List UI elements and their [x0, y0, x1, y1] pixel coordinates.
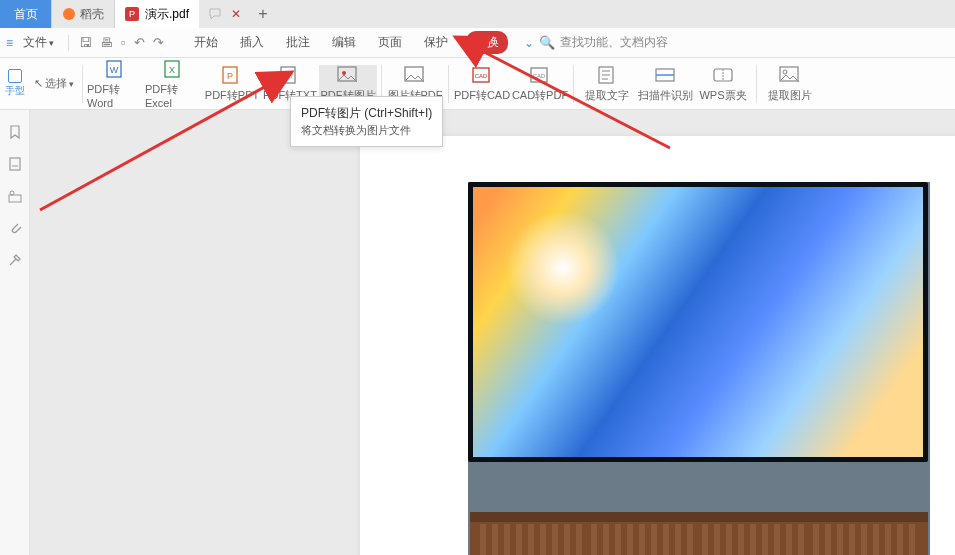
tooltip-desc: 将文档转换为图片文件 [301, 122, 432, 139]
ribbon-tab-6[interactable]: 转换 [466, 31, 508, 54]
divider [756, 65, 757, 103]
tool-wps-ticket[interactable]: WPS票夹 [694, 65, 752, 103]
chevron-down-icon: ▾ [69, 79, 74, 89]
attachment-icon[interactable] [7, 220, 23, 236]
tool-label: 提取图片 [768, 88, 812, 103]
doc-name: 演示.pdf [145, 6, 189, 23]
svg-text:P: P [227, 71, 233, 81]
svg-point-27 [783, 70, 787, 74]
tool-pdf-to-word[interactable]: W PDF转Word [87, 59, 145, 109]
file-menu[interactable]: 文件 ▾ [19, 32, 58, 53]
extract-text-icon [595, 65, 619, 85]
ribbon-tab-2[interactable]: 批注 [282, 31, 314, 54]
tv-frame [468, 182, 928, 462]
tool-label: WPS票夹 [699, 88, 746, 103]
tooltip-title: PDF转图片 (Ctrl+Shift+I) [301, 104, 432, 122]
tool-label: CAD转PDF [512, 88, 568, 103]
ppt-icon: P [220, 65, 244, 85]
tooltip-pdf-to-image: PDF转图片 (Ctrl+Shift+I) 将文档转换为图片文件 [290, 96, 443, 147]
svg-point-2 [63, 8, 75, 20]
select-tool[interactable]: ↖ 选择 ▾ [30, 76, 78, 91]
tool-cad-to-pdf[interactable]: CAD CAD转PDF [511, 65, 569, 103]
print-icon[interactable]: 🖶 [100, 35, 113, 50]
tool-label: PDF转Word [87, 82, 145, 109]
cursor-icon: ↖ [34, 77, 43, 90]
redo-icon[interactable]: ↷ [153, 35, 164, 50]
ribbon-tab-0[interactable]: 开始 [190, 31, 222, 54]
tab-home[interactable]: 首页 [0, 0, 52, 28]
toolbar-row: 手型 ↖ 选择 ▾ W PDF转Word X PDF转Excel P PDF转P… [0, 58, 955, 110]
image-icon [336, 65, 360, 85]
divider [82, 65, 83, 103]
tools-icon[interactable] [7, 252, 23, 268]
ribbon-tab-3[interactable]: 编辑 [328, 31, 360, 54]
txt-icon: TXT [278, 65, 302, 85]
pdf-page [360, 136, 955, 555]
tool-pdf-to-excel[interactable]: X PDF转Excel [145, 59, 203, 109]
ribbon-tab-4[interactable]: 页面 [374, 31, 406, 54]
svg-text:X: X [169, 65, 175, 75]
excel-icon: X [162, 59, 186, 79]
tv-screen [473, 187, 923, 457]
left-rail [0, 110, 30, 555]
scan-icon [653, 65, 677, 85]
img2pdf-icon [403, 65, 427, 85]
save-icon[interactable]: 🖫 [79, 35, 92, 50]
hand-icon [8, 69, 22, 83]
add-tab-button[interactable]: + [249, 0, 277, 28]
title-tabs-row: 首页 稻壳 P 演示.pdf ✕ + [0, 0, 955, 28]
svg-text:W: W [110, 65, 119, 75]
main-area [0, 110, 955, 555]
svg-rect-28 [10, 158, 20, 170]
chevron-down-icon: ▾ [49, 38, 54, 48]
tool-extract-image[interactable]: 提取图片 [761, 65, 819, 103]
bookmark-icon[interactable] [7, 124, 23, 140]
tab-daoke[interactable]: 稻壳 [52, 0, 115, 28]
page-canvas[interactable] [30, 110, 955, 555]
daoke-icon [62, 7, 76, 21]
chat-bubble-icon[interactable] [207, 6, 223, 22]
tool-label: PDF转CAD [454, 88, 510, 103]
tool-scan-recognition[interactable]: 扫描件识别 [636, 65, 694, 103]
preview-icon[interactable]: ▫ [121, 35, 126, 50]
tool-extract-text[interactable]: 提取文字 [578, 65, 636, 103]
tab-daoke-label: 稻壳 [80, 6, 104, 23]
hand-tool[interactable]: 手型 [0, 69, 30, 98]
menu-row: ≡ 文件 ▾ 🖫 🖶 ▫ ↶ ↷ 开始 插入 批注 编辑 页面 保护 转换 ⌄ … [0, 28, 955, 58]
ribbon-tab-1[interactable]: 插入 [236, 31, 268, 54]
search-down-icon: ⌄ [524, 36, 534, 50]
ticket-icon [711, 65, 735, 85]
wooden-shelf [470, 512, 928, 555]
tool-pdf-to-ppt[interactable]: P PDF转PPT [203, 65, 261, 103]
tab-document[interactable]: P 演示.pdf [115, 0, 199, 28]
thumbnail-icon[interactable] [7, 156, 23, 172]
search-box[interactable]: ⌄ 🔍 查找功能、文档内容 [524, 34, 668, 51]
svg-text:CAD: CAD [533, 73, 546, 79]
ribbon-tabs: 开始 插入 批注 编辑 页面 保护 转换 [190, 31, 508, 54]
layers-icon[interactable] [7, 188, 23, 204]
app-menu-icon[interactable]: ≡ [6, 36, 13, 50]
divider [448, 65, 449, 103]
close-icon[interactable]: ✕ [231, 7, 241, 21]
ribbon-tab-5[interactable]: 保护 [420, 31, 452, 54]
file-menu-label: 文件 [23, 34, 47, 51]
svg-rect-30 [9, 195, 21, 202]
cad2pdf-icon: CAD [528, 65, 552, 85]
tool-label: 提取文字 [585, 88, 629, 103]
pdf-icon: P [125, 7, 139, 21]
tool-label: PDF转Excel [145, 82, 203, 109]
select-label: 选择 [45, 76, 67, 91]
add-tab-label: + [258, 5, 267, 23]
svg-point-31 [10, 191, 14, 195]
search-icon: 🔍 [539, 35, 555, 50]
tab-home-label: 首页 [14, 6, 38, 23]
word-icon: W [104, 59, 128, 79]
tool-pdf-to-cad[interactable]: CAD PDF转CAD [453, 65, 511, 103]
undo-icon[interactable]: ↶ [134, 35, 145, 50]
tool-label: 扫描件识别 [638, 88, 693, 103]
divider [68, 35, 69, 51]
svg-text:CAD: CAD [475, 73, 488, 79]
search-placeholder: 查找功能、文档内容 [560, 34, 668, 51]
hand-label: 手型 [5, 84, 25, 98]
divider [573, 65, 574, 103]
